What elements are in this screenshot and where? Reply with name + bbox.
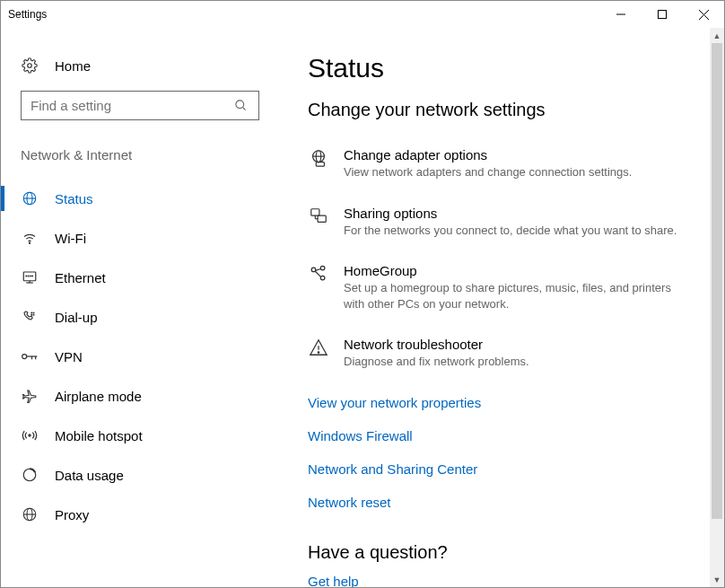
globe-icon — [21, 189, 39, 207]
homegroup-icon — [308, 265, 329, 283]
option-homegroup[interactable]: HomeGroup Set up a homegroup to share pi… — [308, 263, 688, 312]
scrollbar-thumb[interactable] — [712, 43, 722, 519]
close-button[interactable] — [683, 1, 724, 28]
link-network-sharing-center[interactable]: Network and Sharing Center — [308, 461, 688, 477]
sidebar-item-datausage[interactable]: Data usage — [1, 455, 279, 495]
svg-rect-34 — [316, 162, 324, 167]
phone-icon — [21, 308, 39, 326]
svg-point-4 — [28, 64, 32, 68]
sidebar-item-label: Data usage — [55, 468, 124, 483]
window-title: Settings — [8, 8, 47, 21]
svg-point-45 — [318, 352, 319, 353]
option-sub: Diagnose and fix network problems. — [344, 354, 529, 370]
sidebar-item-airplane[interactable]: Airplane mode — [1, 376, 279, 416]
svg-point-40 — [320, 266, 325, 270]
main-content: Status Change your network settings Chan… — [279, 28, 724, 587]
link-get-help[interactable]: Get help — [308, 574, 688, 587]
option-sharing[interactable]: Sharing options For the networks you con… — [308, 206, 688, 239]
svg-point-22 — [22, 355, 27, 359]
svg-point-16 — [30, 276, 31, 276]
sidebar-item-label: Mobile hotspot — [55, 428, 143, 443]
page-title: Status — [308, 53, 688, 83]
option-title: Change adapter options — [344, 147, 632, 162]
sidebar-item-ethernet[interactable]: Ethernet — [1, 258, 279, 297]
option-sub: View network adapters and change connect… — [344, 164, 632, 180]
svg-line-43 — [315, 271, 320, 276]
svg-rect-35 — [311, 208, 319, 215]
sidebar-item-dialup[interactable]: Dial-up — [1, 297, 279, 337]
search-input[interactable] — [21, 91, 259, 120]
vpn-icon — [21, 347, 39, 365]
option-title: HomeGroup — [344, 263, 688, 278]
search-icon — [231, 97, 249, 115]
sidebar-item-label: Wi-Fi — [55, 231, 86, 246]
section-title: Network & Internet — [1, 140, 279, 179]
scroll-down-icon[interactable]: ▼ — [710, 572, 724, 587]
sidebar: Home Network & Internet Status Wi-Fi — [1, 28, 279, 587]
svg-point-26 — [29, 434, 31, 436]
gear-icon — [21, 57, 39, 75]
svg-point-19 — [33, 312, 34, 313]
svg-point-20 — [31, 314, 32, 315]
sidebar-item-wifi[interactable]: Wi-Fi — [1, 218, 279, 258]
option-troubleshooter[interactable]: Network troubleshooter Diagnose and fix … — [308, 337, 688, 370]
option-title: Sharing options — [344, 206, 677, 221]
option-title: Network troubleshooter — [344, 337, 529, 352]
sidebar-item-label: VPN — [55, 349, 83, 364]
svg-line-6 — [242, 107, 245, 110]
data-usage-icon — [21, 466, 39, 484]
wifi-icon — [21, 229, 39, 247]
section-heading: Change your network settings — [308, 100, 688, 120]
have-a-question-heading: Have a question? — [308, 542, 688, 563]
svg-point-39 — [311, 268, 316, 272]
svg-point-14 — [26, 276, 27, 276]
svg-point-17 — [32, 276, 33, 276]
scrollbar[interactable]: ▲ ▼ — [710, 28, 724, 587]
proxy-icon — [21, 505, 39, 523]
titlebar: Settings — [1, 1, 724, 28]
search-field[interactable] — [31, 98, 231, 113]
sharing-icon — [308, 207, 329, 225]
home-button[interactable]: Home — [1, 48, 279, 91]
adapter-icon — [308, 149, 329, 167]
sidebar-item-proxy[interactable]: Proxy — [1, 495, 279, 534]
link-windows-firewall[interactable]: Windows Firewall — [308, 428, 688, 443]
warning-icon — [308, 338, 329, 356]
ethernet-icon — [21, 268, 39, 286]
airplane-icon — [21, 387, 39, 405]
option-sub: Set up a homegroup to share pictures, mu… — [344, 280, 688, 312]
sidebar-item-label: Proxy — [55, 507, 89, 522]
svg-point-41 — [320, 276, 325, 280]
sidebar-item-label: Ethernet — [55, 270, 106, 285]
maximize-button[interactable] — [642, 1, 683, 28]
hotspot-icon — [21, 426, 39, 444]
option-adapter[interactable]: Change adapter options View network adap… — [308, 147, 688, 180]
sidebar-item-label: Airplane mode — [55, 389, 142, 404]
svg-point-5 — [235, 101, 243, 109]
svg-point-15 — [28, 276, 29, 276]
link-network-reset[interactable]: Network reset — [308, 495, 688, 510]
svg-rect-36 — [318, 215, 326, 222]
svg-point-21 — [33, 314, 34, 315]
option-sub: For the networks you connect to, decide … — [344, 223, 677, 239]
svg-point-10 — [29, 242, 30, 243]
sidebar-item-label: Status — [55, 191, 93, 206]
scroll-up-icon[interactable]: ▲ — [710, 28, 724, 43]
svg-rect-1 — [659, 11, 667, 19]
sidebar-item-label: Dial-up — [55, 310, 98, 325]
svg-point-18 — [31, 312, 32, 313]
sidebar-item-vpn[interactable]: VPN — [1, 337, 279, 376]
sidebar-item-hotspot[interactable]: Mobile hotspot — [1, 416, 279, 455]
minimize-button[interactable] — [600, 1, 642, 28]
link-view-properties[interactable]: View your network properties — [308, 395, 688, 410]
home-label: Home — [55, 58, 91, 74]
sidebar-item-status[interactable]: Status — [1, 179, 279, 218]
